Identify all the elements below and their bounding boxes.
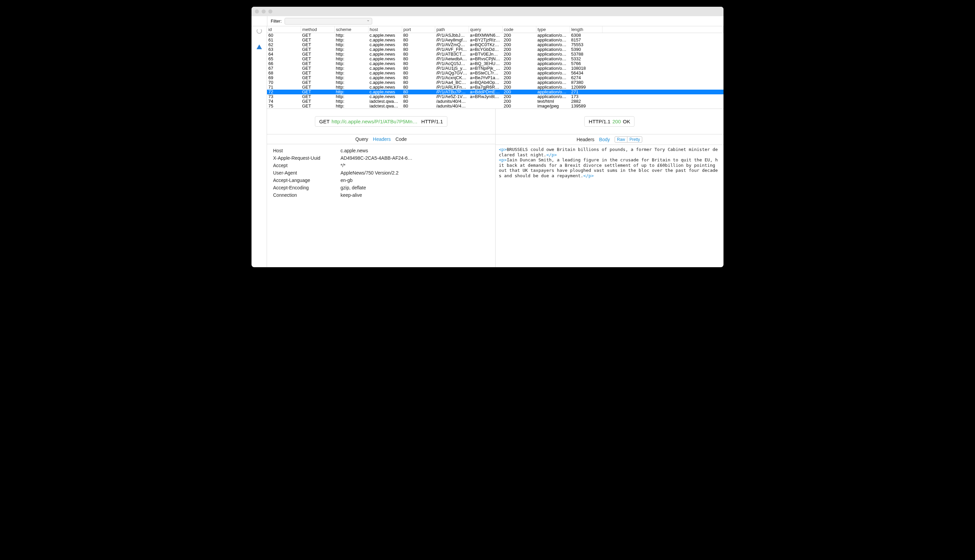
cell-type: application/octe… (536, 94, 570, 99)
cell-method: GET (301, 66, 334, 71)
cell-method: GET (301, 61, 334, 66)
table-row[interactable]: 74GEThttp:iadctest.qwapi…80/adunits/40/4… (267, 99, 723, 104)
cell-query: a=BTV0EJnNo1… (469, 52, 503, 57)
zoom-icon[interactable] (268, 10, 272, 13)
table-row[interactable]: 67GEThttp:c.apple.news80/P/1/AU1jS_yUj…a… (267, 66, 723, 71)
table-row[interactable]: 71GEThttp:c.apple.news80/P/1/ARLKFnBG…a=… (267, 85, 723, 90)
requests-table-wrap: idmethodschemehostportpathquerycodetypel… (267, 26, 723, 109)
cell-method: GET (301, 33, 334, 38)
cell-length: 120899 (570, 85, 602, 90)
minimize-icon[interactable] (262, 10, 265, 13)
column-header-length[interactable]: length (570, 26, 602, 33)
header-key: Accept (273, 163, 341, 168)
column-header-type[interactable]: type (536, 26, 570, 33)
cell-length: 53788 (570, 52, 602, 57)
cell-length: 5766 (570, 61, 602, 66)
column-header-id[interactable]: id (267, 26, 301, 33)
cell-id: 70 (267, 80, 301, 85)
table-row[interactable]: 70GEThttp:c.apple.news80/P/1/Aa4_BCxW…a=… (267, 80, 723, 85)
table-row[interactable]: 62GEThttp:c.apple.news80/P/1/AVZmQDs…a=B… (267, 42, 723, 47)
request-summary: GET http://c.apple.news/P/1/ATBu7P5MnD… … (315, 116, 447, 127)
cell-query: a=Ba7gjR6RRJ… (469, 85, 503, 90)
body-text: BRUSSELS could owe Britain billions of p… (499, 147, 718, 157)
header-row: Accept-Encodinggzip, deflate (273, 184, 489, 192)
cell-host: c.apple.news (368, 47, 402, 52)
cell-host: iadctest.qwapi… (368, 99, 402, 104)
response-status: 200 (612, 118, 621, 124)
cell-query: a=BddPDmEy0… (469, 90, 503, 94)
cell-port: 80 (402, 47, 435, 52)
cell-path: /P/1/AVF_FPlpB… (435, 47, 469, 52)
column-header-query[interactable]: query (469, 26, 503, 33)
column-header-method[interactable]: method (301, 26, 334, 33)
tab-query[interactable]: Query (356, 137, 368, 142)
table-row[interactable]: 65GEThttp:c.apple.news80/P/1/AeiwdbAJI…a… (267, 57, 723, 61)
cell-type: application/octe… (536, 71, 570, 75)
cell-method: GET (301, 75, 334, 80)
cell-method: GET (301, 85, 334, 90)
tab-code[interactable]: Code (396, 137, 407, 142)
triangle-icon[interactable] (257, 45, 262, 49)
cell-host: c.apple.news (368, 61, 402, 66)
spinner-icon[interactable] (257, 28, 262, 34)
cell-host: iadctest.qwapi… (368, 104, 402, 108)
cell-type: application/octe… (536, 38, 570, 42)
cell-id: 65 (267, 57, 301, 61)
cell-id: 72 (267, 90, 301, 94)
table-row[interactable]: 75GEThttp:iadctest.qwapi…80/adunits/40/4… (267, 104, 723, 108)
cell-id: 62 (267, 42, 301, 47)
toggle-raw[interactable]: Raw (615, 137, 627, 142)
cell-id: 64 (267, 52, 301, 57)
request-tabs: Query Headers Code (267, 135, 495, 144)
cell-id: 60 (267, 33, 301, 38)
toolbar: Filter: (252, 16, 723, 26)
column-header-code[interactable]: code (503, 26, 536, 33)
cell-id: 66 (267, 61, 301, 66)
cell-code: 200 (503, 38, 536, 42)
cell-path: /P/1/ARLKFnBG… (435, 85, 469, 90)
cell-code: 200 (503, 52, 536, 57)
close-icon[interactable] (255, 10, 259, 13)
tab-resp-headers[interactable]: Headers (576, 137, 594, 142)
cell-type: application/octe… (536, 61, 570, 66)
table-row[interactable]: 61GEThttp:c.apple.news80/P/1/Aey8mgfx9…a… (267, 38, 723, 42)
cell-id: 74 (267, 99, 301, 104)
header-value: en-gb (341, 178, 489, 183)
cell-port: 80 (402, 99, 435, 104)
cell-code: 200 (503, 94, 536, 99)
response-reason: OK (623, 118, 631, 124)
table-row[interactable]: 63GEThttp:c.apple.news80/P/1/AVF_FPlpB…a… (267, 47, 723, 52)
column-header-port[interactable]: port (402, 26, 435, 33)
table-row[interactable]: 68GEThttp:c.apple.news80/P/1/AQg7GVlX…a=… (267, 71, 723, 75)
cell-path: /P/1/Aey8mgfx9… (435, 38, 469, 42)
request-proto: HTTP/1.1 (421, 118, 443, 124)
tab-resp-body[interactable]: Body (599, 137, 610, 142)
cell-method: GET (301, 94, 334, 99)
table-row[interactable]: 72GEThttp:c.apple.news80/P/1/ATBu7P5M…a=… (267, 90, 723, 94)
column-header-scheme[interactable]: scheme (334, 26, 368, 33)
header-row: X-Apple-Request-UuidAD49498C-2CA5-4ABB-A… (273, 154, 489, 162)
cell-path: /P/1/AcQ15J5-Z… (435, 61, 469, 66)
table-row[interactable]: 73GEThttp:c.apple.news80/P/1/Ae5Z-1VuM…a… (267, 94, 723, 99)
cell-port: 80 (402, 33, 435, 38)
toggle-pretty[interactable]: Pretty (627, 137, 642, 142)
header-row: Accept-Languageen-gb (273, 177, 489, 184)
cell-id: 63 (267, 47, 301, 52)
cell-type: application/octe… (536, 47, 570, 52)
tab-headers[interactable]: Headers (373, 137, 391, 142)
table-row[interactable]: 64GEThttp:c.apple.news80/P/1/ATB3CTop…a=… (267, 52, 723, 57)
filter-select[interactable] (285, 18, 372, 25)
column-header-host[interactable]: host (368, 26, 402, 33)
response-summary: HTTP/1.1 200 OK (584, 116, 634, 127)
cell-code: 200 (503, 90, 536, 94)
cell-path: /P/1/AcxnjCKrz… (435, 75, 469, 80)
cell-length: 75553 (570, 42, 602, 47)
cell-query: a=BQ_3EHUFZj… (469, 61, 503, 66)
column-header-path[interactable]: path (435, 26, 469, 33)
table-row[interactable]: 60GEThttp:c.apple.news80/P/1/ASJbbJYV…a=… (267, 33, 723, 38)
cell-path: /P/1/AQg7GVlX… (435, 71, 469, 75)
cell-path: /P/1/Ae5Z-1VuM… (435, 94, 469, 99)
table-row[interactable]: 66GEThttp:c.apple.news80/P/1/AcQ15J5-Z…a… (267, 61, 723, 66)
cell-scheme: http: (334, 47, 368, 52)
table-row[interactable]: 69GEThttp:c.apple.news80/P/1/AcxnjCKrz…a… (267, 75, 723, 80)
